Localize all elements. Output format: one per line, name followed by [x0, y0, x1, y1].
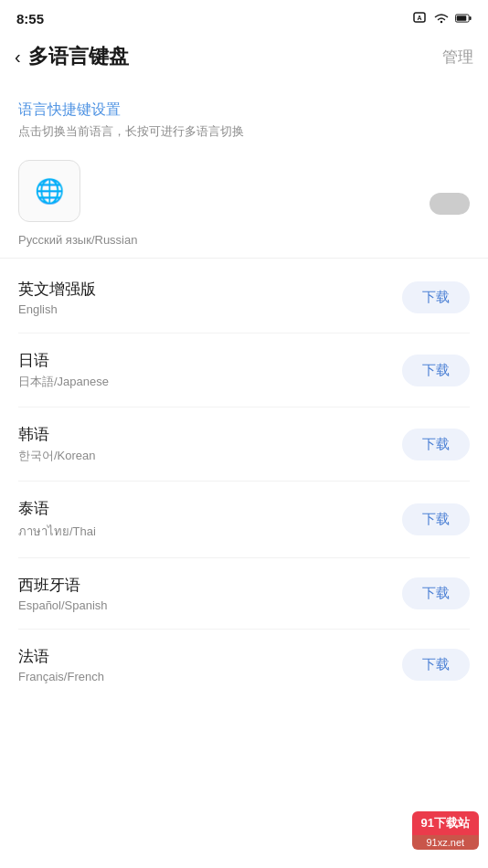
lang-name-zh: 法语 — [18, 646, 104, 667]
status-icons: A — [411, 10, 472, 26]
download-button[interactable]: 下载 — [402, 355, 470, 386]
language-shortcut-link[interactable]: 语言快捷键设置 — [18, 101, 470, 120]
download-button[interactable]: 下载 — [402, 281, 470, 313]
globe-icon: 🌐 — [35, 177, 64, 206]
lang-name-native: 한국어/Korean — [18, 448, 96, 464]
lang-name-native: 日本語/Japanese — [18, 374, 109, 390]
lang-info: 日语日本語/Japanese — [18, 350, 109, 390]
current-lang-label: Русский язык/Russian — [18, 233, 137, 247]
watermark-line1: 91下载站 — [412, 811, 479, 835]
lang-name-native: Español/Spanish — [18, 598, 108, 612]
current-language-area: 🌐 Русский язык/Russian — [0, 145, 488, 254]
wifi-icon — [433, 10, 450, 26]
current-language-card[interactable]: 🌐 — [18, 160, 80, 222]
status-time: 8:55 — [16, 11, 44, 26]
language-list: 英文增强版English下载日语日本語/Japanese下载韩语한국어/Kore… — [0, 262, 488, 700]
back-button[interactable]: ‹ — [15, 47, 21, 68]
lang-list-item: 泰语ภาษาไทย/Thai下载 — [18, 482, 470, 558]
page-title: 多语言键盘 — [28, 43, 129, 70]
nav-bar: ‹ 多语言键盘 管理 — [0, 33, 488, 84]
section-header: 语言快捷键设置 点击切换当前语言，长按可进行多语言切换 — [0, 84, 488, 145]
watermark: 91下载站 91xz.net — [412, 811, 479, 850]
lang-name-zh: 韩语 — [18, 424, 96, 445]
nav-left: ‹ 多语言键盘 — [15, 43, 129, 70]
watermark-line2: 91xz.net — [412, 835, 479, 850]
lang-list-item: 英文增强版English下载 — [18, 262, 470, 333]
lang-name-native: English — [18, 302, 96, 316]
lang-name-zh: 西班牙语 — [18, 575, 108, 596]
notification-icon: A — [411, 10, 428, 26]
lang-list-item: 韩语한국어/Korean下载 — [18, 408, 470, 482]
lang-info: 英文增强版English — [18, 279, 96, 316]
lang-list-item: 法语Français/French下载 — [18, 630, 470, 700]
lang-info: 法语Français/French — [18, 646, 104, 683]
download-button[interactable]: 下载 — [402, 649, 470, 681]
download-button[interactable]: 下载 — [402, 577, 470, 609]
battery-icon — [455, 10, 472, 26]
lang-name-native: Français/French — [18, 670, 104, 683]
svg-rect-3 — [470, 16, 472, 20]
section-description: 点击切换当前语言，长按可进行多语言切换 — [18, 123, 470, 140]
lang-list-item: 西班牙语Español/Spanish下载 — [18, 558, 470, 630]
svg-text:A: A — [417, 15, 421, 21]
lang-info: 泰语ภาษาไทย/Thai — [18, 498, 96, 541]
svg-rect-4 — [457, 16, 467, 21]
lang-info: 韩语한국어/Korean — [18, 424, 96, 464]
lang-name-zh: 英文增强版 — [18, 279, 96, 300]
lang-info: 西班牙语Español/Spanish — [18, 575, 108, 612]
lang-list-item: 日语日本語/Japanese下载 — [18, 333, 470, 408]
status-bar: 8:55 A — [0, 0, 488, 33]
download-button[interactable]: 下载 — [402, 429, 470, 460]
lang-name-native: ภาษาไทย/Thai — [18, 522, 96, 541]
lang-name-zh: 日语 — [18, 350, 109, 371]
lang-name-zh: 泰语 — [18, 498, 96, 519]
manage-button[interactable]: 管理 — [442, 47, 473, 68]
divider — [0, 258, 488, 259]
download-button[interactable]: 下载 — [402, 503, 470, 535]
